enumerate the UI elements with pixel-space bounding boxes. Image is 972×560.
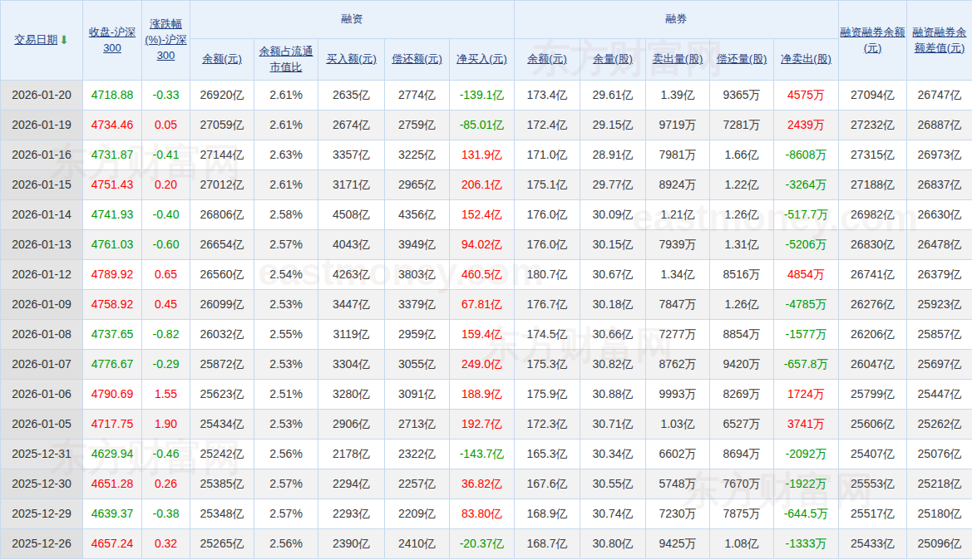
cell-rq_balance: 171.0亿: [515, 140, 580, 170]
table-row: 2026-01-134761.03-0.6026654亿2.57%4043亿39…: [1, 230, 972, 260]
cell-rz_ratio: 2.57%: [254, 469, 318, 499]
cell-total: 27094亿: [839, 81, 907, 111]
cell-rq_repay: 1.08亿: [710, 529, 774, 559]
cell-rz_ratio: 2.51%: [254, 380, 318, 410]
col-header-rz-buy-label: 买入额(元): [326, 52, 377, 65]
cell-rz_ratio: 2.61%: [254, 111, 318, 140]
cell-rz_balance: 26032亿: [190, 320, 254, 350]
cell-diff: 26747亿: [907, 81, 972, 111]
cell-chg: 0.32: [142, 529, 190, 559]
col-header-date-label: 交易日期: [14, 33, 57, 46]
cell-rz_repay: 4356亿: [385, 200, 450, 230]
col-header-rq-repay[interactable]: 偿还量(股): [710, 39, 774, 81]
cell-diff: 25218亿: [907, 469, 972, 499]
cell-rq_repay: 9365万: [710, 81, 774, 111]
cell-diff: 25076亿: [907, 440, 972, 469]
cell-chg: -0.33: [142, 81, 190, 111]
cell-rz_buy: 3171亿: [318, 170, 385, 200]
cell-diff: 26973亿: [907, 140, 972, 170]
cell-date: 2026-01-08: [1, 320, 83, 350]
cell-rz_net: 206.1亿: [450, 170, 515, 200]
cell-rz_net: -143.7亿: [450, 440, 515, 469]
col-header-total-balance[interactable]: 融资融券余额(元): [839, 1, 907, 81]
cell-rq_net: -3264万: [774, 170, 839, 200]
col-header-rz-net-buy-label: 净买入(元): [456, 52, 507, 65]
cell-rz_ratio: 2.57%: [254, 499, 318, 529]
cell-date: 2026-01-19: [1, 111, 83, 140]
cell-rz_buy: 3280亿: [318, 380, 385, 410]
margin-data-table: 交易日期⬇ 收盘-沪深300 涨跌幅(%)-沪深300 融资 融券 融资融券余额…: [0, 0, 972, 559]
col-header-rq-balance[interactable]: 余额(元): [515, 39, 580, 81]
col-header-rq-net-sell[interactable]: 净卖出(股): [774, 39, 839, 81]
cell-close: 4761.03: [83, 230, 142, 260]
cell-rq_vol: 30.15亿: [580, 230, 646, 260]
col-header-close[interactable]: 收盘-沪深300: [83, 1, 142, 81]
cell-rq_balance: 174.5亿: [515, 320, 580, 350]
cell-rz_balance: 25242亿: [190, 440, 254, 469]
col-header-rq-volume[interactable]: 余量(股): [580, 39, 646, 81]
cell-rq_sell: 7981万: [646, 140, 710, 170]
col-header-total-balance-label: 融资融券余额(元): [841, 26, 905, 54]
cell-total: 26206亿: [839, 320, 907, 350]
group-header-financing: 融资: [190, 1, 515, 39]
cell-rz_net: 67.81亿: [450, 290, 515, 320]
col-header-rz-balance[interactable]: 余额(元): [190, 39, 254, 81]
cell-diff: 25923亿: [907, 290, 972, 320]
cell-rq_vol: 29.77亿: [580, 170, 646, 200]
cell-rz_repay: 3949亿: [385, 230, 450, 260]
cell-date: 2025-12-26: [1, 529, 83, 559]
table-row: 2026-01-204718.88-0.3326920亿2.61%2635亿27…: [1, 81, 972, 111]
cell-rz_net: 249.0亿: [450, 350, 515, 380]
col-header-rz-net-buy[interactable]: 净买入(元): [450, 39, 515, 81]
cell-rz_buy: 2635亿: [318, 81, 385, 111]
cell-chg: -0.40: [142, 200, 190, 230]
cell-rq_repay: 7875万: [710, 499, 774, 529]
cell-date: 2026-01-20: [1, 81, 83, 111]
cell-chg: -0.29: [142, 350, 190, 380]
cell-rz_net: 94.02亿: [450, 230, 515, 260]
cell-rz_net: 460.5亿: [450, 260, 515, 290]
cell-rz_repay: 3091亿: [385, 380, 450, 410]
cell-rq_repay: 6527万: [710, 410, 774, 440]
cell-total: 27232亿: [839, 111, 907, 140]
cell-rz_net: -20.37亿: [450, 529, 515, 559]
cell-rq_net: -8608万: [774, 140, 839, 170]
col-header-rz-buy[interactable]: 买入额(元): [318, 39, 385, 81]
cell-rq_balance: 165.3亿: [515, 440, 580, 469]
cell-rz_repay: 2774亿: [385, 81, 450, 111]
sort-desc-icon: ⬇: [59, 32, 69, 48]
cell-rq_net: 1724万: [774, 380, 839, 410]
cell-rq_balance: 175.3亿: [515, 350, 580, 380]
col-header-change[interactable]: 涨跌幅(%)-沪深300: [142, 1, 190, 81]
cell-rz_ratio: 2.56%: [254, 529, 318, 559]
cell-rq_vol: 29.61亿: [580, 81, 646, 111]
col-header-date[interactable]: 交易日期⬇: [1, 1, 83, 81]
cell-rq_vol: 30.80亿: [580, 529, 646, 559]
cell-rz_balance: 25434亿: [190, 410, 254, 440]
cell-rq_balance: 180.7亿: [515, 260, 580, 290]
cell-rq_balance: 176.7亿: [515, 290, 580, 320]
cell-rq_sell: 5748万: [646, 469, 710, 499]
cell-rz_balance: 27012亿: [190, 170, 254, 200]
cell-close: 4741.93: [83, 200, 142, 230]
col-header-rz-ratio-label: 余额占流通市值比: [259, 45, 313, 73]
cell-rq_net: -1333万: [774, 529, 839, 559]
col-header-rz-ratio[interactable]: 余额占流通市值比: [254, 39, 318, 81]
cell-rz_net: -139.1亿: [450, 81, 515, 111]
cell-close: 4758.92: [83, 290, 142, 320]
col-header-rq-sell[interactable]: 卖出量(股): [646, 39, 710, 81]
cell-rz_repay: 3055亿: [385, 350, 450, 380]
cell-rq_vol: 30.34亿: [580, 440, 646, 469]
cell-close: 4737.65: [83, 320, 142, 350]
col-header-balance-diff-label: 融资融券余额差值(元): [913, 26, 967, 54]
table-row: 2026-01-154751.430.2027012亿2.61%3171亿296…: [1, 170, 972, 200]
table-row: 2026-01-124789.920.6526560亿2.54%4263亿380…: [1, 260, 972, 290]
table-row: 2026-01-064790.691.5525623亿2.51%3280亿309…: [1, 380, 972, 410]
cell-close: 4717.75: [83, 410, 142, 440]
col-header-rz-repay[interactable]: 偿还额(元): [385, 39, 450, 81]
cell-rz_buy: 2294亿: [318, 469, 385, 499]
cell-rz_balance: 25385亿: [190, 469, 254, 499]
cell-date: 2026-01-06: [1, 380, 83, 410]
cell-rz_net: 192.7亿: [450, 410, 515, 440]
col-header-balance-diff[interactable]: 融资融券余额差值(元): [907, 1, 972, 81]
